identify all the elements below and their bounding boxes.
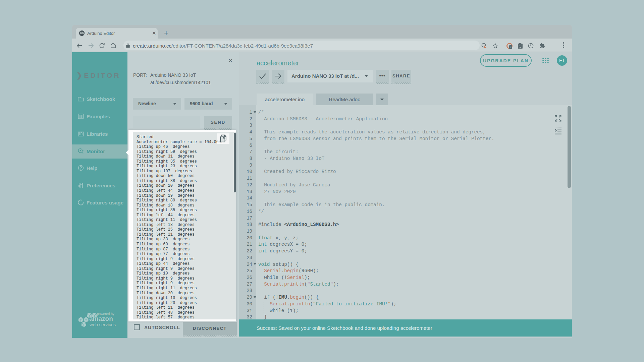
svg-text:1: 1	[510, 46, 512, 49]
